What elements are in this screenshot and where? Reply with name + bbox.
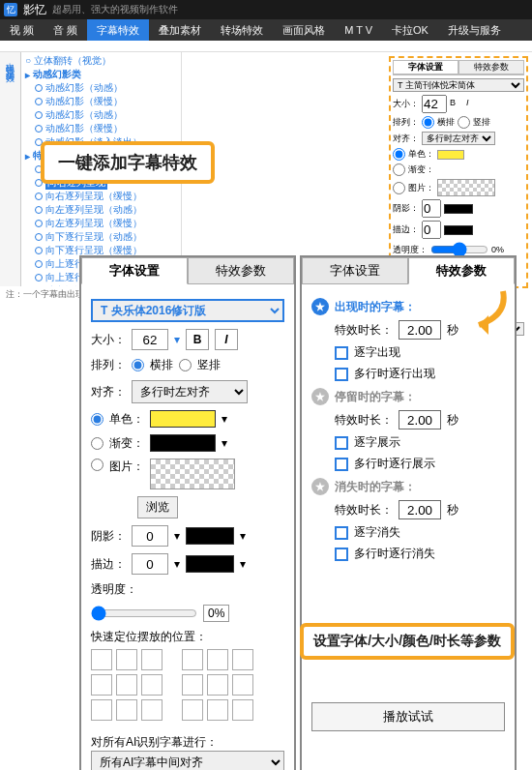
tree-item[interactable]: 动感幻影（缓慢）	[35, 122, 177, 135]
dropdown-icon[interactable]: ▾	[240, 557, 246, 571]
mini-font-select[interactable]: T 主简刊体悦宋简体	[393, 78, 524, 92]
solid-color-swatch[interactable]	[150, 410, 216, 428]
mini-arrange-v[interactable]	[458, 116, 470, 129]
bold-button[interactable]: B	[450, 98, 463, 111]
stroke-input[interactable]	[132, 553, 168, 575]
arrow-icon	[455, 286, 513, 335]
mini-shadow[interactable]	[422, 199, 441, 218]
menu-subtitle-fx[interactable]: 字幕特效	[87, 19, 149, 41]
grad-swatch[interactable]	[150, 434, 216, 452]
fill-pic-radio[interactable]	[91, 459, 103, 471]
shadow-color[interactable]	[444, 204, 473, 214]
tree-item[interactable]: 向右逐列呈现（缓慢）	[35, 190, 177, 203]
dropdown-icon[interactable]: ▾	[240, 529, 246, 543]
mini-tab-font[interactable]: 字体设置	[393, 60, 458, 74]
pos-label: 快速定位摆放的位置：	[91, 629, 284, 645]
mini-solid[interactable]	[393, 148, 405, 161]
mini-align[interactable]: 多行时左对齐	[422, 132, 495, 145]
vtab-disappear[interactable]: 消失特效	[4, 64, 16, 68]
pos-grid-2[interactable]	[182, 649, 253, 721]
dropdown-icon[interactable]: ▾	[222, 412, 227, 426]
fill-grad-radio[interactable]	[91, 437, 103, 450]
menu-upgrade[interactable]: 升级与服务	[438, 19, 511, 41]
mini-size[interactable]	[422, 95, 447, 113]
menu-karaoke[interactable]: 卡拉OK	[382, 19, 438, 41]
arrange-v-radio[interactable]	[179, 359, 192, 371]
menubar: 视 频 音 频 字幕特效 叠加素材 转场特效 画面风格 M T V 卡拉OK 升…	[0, 19, 532, 41]
tree-item[interactable]: 向左逐列呈现（缓慢）	[35, 217, 177, 230]
browse-button[interactable]: 浏览	[137, 496, 178, 518]
opacity-slider[interactable]	[91, 606, 197, 621]
pos-grid-1[interactable]	[91, 649, 163, 721]
opacity-value: 0%	[203, 605, 229, 622]
menu-video[interactable]: 视 频	[0, 19, 44, 41]
stroke-label: 描边：	[91, 556, 126, 573]
appear-perline-cb[interactable]	[335, 368, 348, 381]
stroke-color[interactable]	[444, 225, 473, 235]
bold-button[interactable]: B	[186, 329, 209, 350]
tab-fxparams[interactable]: 特效参数	[188, 257, 294, 284]
font-select[interactable]: T 央乐体2016修订版	[91, 299, 284, 322]
arrange-label: 排列：	[91, 357, 126, 373]
star-icon: ★	[311, 298, 329, 315]
mini-stroke[interactable]	[422, 221, 441, 239]
disappear-duration[interactable]	[399, 500, 441, 519]
mini-grad[interactable]	[393, 163, 405, 176]
dropdown-icon[interactable]: ▾	[174, 557, 180, 571]
stay-perchar-cb[interactable]	[335, 436, 348, 450]
menu-audio[interactable]: 音 频	[44, 19, 87, 41]
mini-checker	[437, 179, 495, 196]
star-icon: ★	[311, 478, 329, 495]
align-select[interactable]: 多行时左对齐	[132, 380, 248, 403]
tree-item[interactable]: 动感幻影（动感）	[35, 108, 177, 122]
menu-transition[interactable]: 转场特效	[211, 19, 273, 41]
dropdown-icon[interactable]: ▾	[174, 529, 180, 543]
tab-fxparams[interactable]: 特效参数	[408, 257, 515, 284]
vertical-tabs: 出现特效 消失特效	[0, 52, 21, 286]
tab-font[interactable]: 字体设置	[302, 257, 408, 284]
shadow-color[interactable]	[186, 527, 234, 545]
vtab-appear[interactable]: 出现特效	[4, 56, 16, 60]
disappear-perchar-cb[interactable]	[335, 526, 348, 540]
section-disappear: ★消失时的字幕：	[311, 478, 505, 495]
stay-perline-cb[interactable]	[335, 458, 348, 471]
appear-duration[interactable]	[399, 320, 441, 340]
italic-button[interactable]: I	[466, 98, 480, 111]
dropdown-icon[interactable]: ▾	[222, 436, 227, 450]
mini-arrange-h[interactable]	[422, 116, 434, 129]
size-input[interactable]	[132, 329, 168, 350]
ai-select[interactable]: 所有AI字幕中间对齐	[91, 751, 284, 770]
toolbar-strip	[0, 41, 532, 52]
stay-duration[interactable]	[399, 410, 441, 429]
shadow-input[interactable]	[132, 525, 168, 547]
callout-params: 设置字体/大小/颜色/时长等参数	[300, 623, 515, 660]
size-dropdown-icon[interactable]: ▾	[174, 333, 180, 346]
tree-item[interactable]: 向下逐行呈现（动感）	[35, 230, 177, 244]
mini-pic[interactable]	[393, 182, 405, 194]
mini-color[interactable]	[437, 150, 464, 160]
menu-mtv[interactable]: M T V	[335, 19, 382, 41]
tree-item[interactable]: 向左逐列呈现（动感）	[35, 203, 177, 217]
tab-font[interactable]: 字体设置	[81, 257, 188, 284]
play-button[interactable]: 播放试试	[311, 702, 505, 731]
italic-button[interactable]: I	[215, 329, 238, 350]
titlebar: 忆 影忆 超易用、强大的视频制作软件	[0, 0, 532, 19]
disappear-perline-cb[interactable]	[335, 548, 348, 561]
arrange-h-radio[interactable]	[132, 359, 144, 371]
tree-group[interactable]: ▸ 动感幻影类	[25, 68, 177, 81]
pic-preview	[150, 459, 235, 489]
menu-overlay[interactable]: 叠加素材	[149, 19, 211, 41]
mini-tab-fx[interactable]: 特效参数	[458, 60, 524, 74]
tree-item[interactable]: 动感幻影（缓慢）	[35, 95, 177, 108]
tree-item[interactable]: ○ 立体翻转（视觉）	[25, 54, 177, 68]
tree-item[interactable]: 动感幻影（动感）	[35, 81, 177, 95]
stroke-color[interactable]	[186, 555, 234, 573]
size-label: 大小：	[91, 332, 126, 348]
fill-solid-radio[interactable]	[91, 413, 103, 426]
menu-style[interactable]: 画面风格	[273, 19, 335, 41]
panel-font-settings: 字体设置 特效参数 T 央乐体2016修订版 大小： ▾ B I 排列： 横排 …	[79, 255, 296, 770]
appear-perchar-cb[interactable]	[335, 346, 348, 360]
callout-oneclick: 一键添加字幕特效	[41, 141, 215, 184]
app-subtitle: 超易用、强大的视频制作软件	[52, 3, 178, 16]
workarea: 出现特效 消失特效 ○ 立体翻转（视觉） ▸ 动感幻影类 动感幻影（动感） 动感…	[0, 52, 532, 286]
